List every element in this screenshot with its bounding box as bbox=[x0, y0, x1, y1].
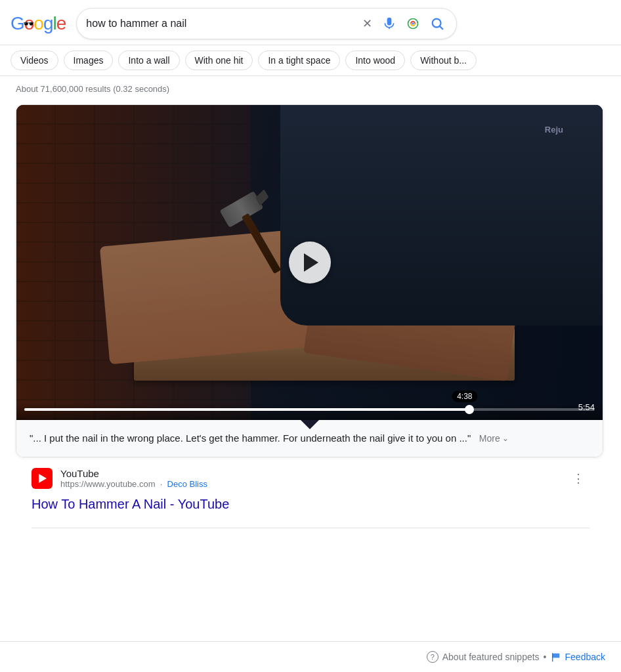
chip-images[interactable]: Images bbox=[64, 51, 114, 70]
caret-down-icon bbox=[301, 420, 319, 429]
youtube-play-icon bbox=[39, 474, 47, 483]
source-url: https://www.youtube.com · Deco Bliss bbox=[60, 479, 559, 489]
chevron-down-icon: ⌄ bbox=[502, 432, 509, 445]
logo-letter-o2: o bbox=[33, 13, 43, 34]
transcript-text: "... I put the nail in the wrong place. … bbox=[30, 432, 471, 444]
feedback-flag-icon bbox=[551, 652, 561, 662]
time-tooltip: 4:38 bbox=[452, 390, 477, 402]
play-button[interactable] bbox=[289, 242, 331, 284]
chip-into-wood[interactable]: Into wood bbox=[345, 51, 405, 70]
about-snippets-link[interactable]: ? About featured snippets bbox=[427, 651, 540, 663]
source-row: YouTube https://www.youtube.com · Deco B… bbox=[16, 457, 605, 494]
chip-with-one-hit[interactable]: With one hit bbox=[185, 51, 253, 70]
svg-line-3 bbox=[440, 26, 442, 29]
clear-button[interactable]: ✕ bbox=[360, 14, 375, 33]
chip-videos[interactable]: Videos bbox=[11, 51, 58, 70]
source-channel[interactable]: Deco Bliss bbox=[167, 479, 207, 489]
youtube-icon bbox=[32, 468, 53, 489]
voice-search-button[interactable] bbox=[380, 14, 398, 33]
more-link[interactable]: More ⌄ bbox=[479, 431, 509, 446]
google-logo[interactable]: G 🕶️ o o g l e bbox=[11, 13, 66, 34]
bullet-separator: • bbox=[544, 652, 547, 662]
svg-point-1 bbox=[412, 22, 414, 24]
video-title-container: How To Hammer A Nail - YouTube bbox=[16, 494, 605, 522]
chip-in-a-tight-space[interactable]: In a tight space bbox=[258, 51, 340, 70]
lens-icon bbox=[406, 17, 419, 30]
chip-without[interactable]: Without b... bbox=[410, 51, 477, 70]
about-snippets-label: About featured snippets bbox=[442, 652, 540, 662]
main-content: Reju 4:38 5:54 "... I put the bbox=[0, 99, 621, 539]
progress-fill bbox=[24, 408, 469, 411]
results-count: About 71,600,000 results (0.32 seconds) bbox=[0, 76, 621, 99]
bottom-bar: ? About featured snippets • Feedback bbox=[0, 641, 621, 672]
video-container[interactable]: Reju 4:38 5:54 bbox=[16, 105, 603, 420]
feedback-button[interactable]: Feedback bbox=[551, 652, 605, 662]
search-input[interactable] bbox=[86, 18, 354, 30]
divider bbox=[32, 528, 589, 528]
lens-button[interactable] bbox=[404, 14, 422, 33]
microphone-icon bbox=[383, 17, 396, 30]
progress-bar[interactable]: 4:38 5:54 bbox=[24, 408, 595, 411]
jacket-area bbox=[280, 105, 603, 326]
logo-letter-g2: g bbox=[43, 13, 53, 34]
logo-sunglasses-icon: 🕶️ bbox=[23, 18, 33, 29]
chip-into-a-wall[interactable]: Into a wall bbox=[118, 51, 179, 70]
video-title-link[interactable]: How To Hammer A Nail - YouTube bbox=[32, 497, 229, 511]
search-bar[interactable]: ✕ bbox=[76, 8, 457, 39]
question-icon: ? bbox=[427, 651, 439, 663]
clear-icon: ✕ bbox=[362, 16, 372, 31]
search-button[interactable] bbox=[427, 14, 447, 33]
source-info: YouTube https://www.youtube.com · Deco B… bbox=[60, 468, 559, 489]
duration-label: 5:54 bbox=[578, 402, 595, 412]
header: G 🕶️ o o g l e ✕ bbox=[0, 0, 621, 45]
source-platform: YouTube bbox=[60, 468, 559, 479]
search-icon bbox=[430, 16, 444, 31]
more-options-button[interactable]: ⋮ bbox=[567, 469, 589, 488]
progress-thumb[interactable]: 4:38 bbox=[465, 405, 474, 414]
logo-letter-g: G bbox=[11, 13, 24, 34]
video-controls: 4:38 5:54 bbox=[16, 403, 603, 420]
play-icon bbox=[304, 253, 318, 272]
video-card: Reju 4:38 5:54 "... I put the bbox=[16, 104, 603, 457]
feedback-label: Feedback bbox=[565, 652, 605, 662]
filter-bar: Videos Images Into a wall With one hit I… bbox=[0, 45, 621, 76]
logo-letter-e: e bbox=[56, 13, 66, 34]
